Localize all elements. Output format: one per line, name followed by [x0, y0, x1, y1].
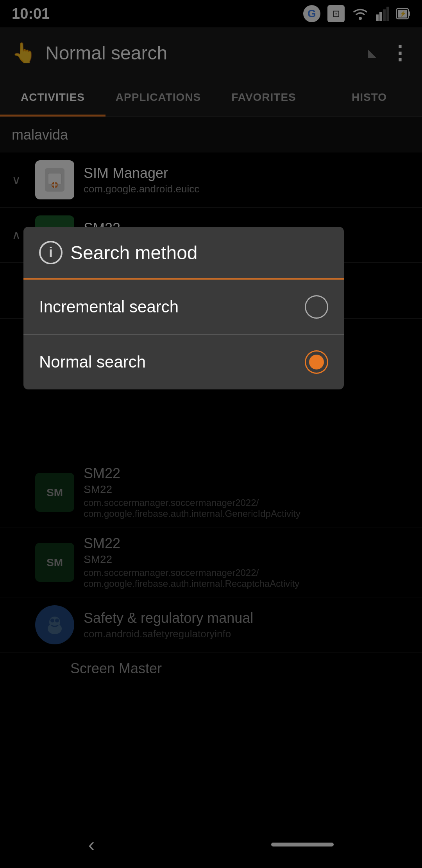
info-icon: i [39, 241, 63, 264]
normal-search-label: Normal search [39, 353, 146, 371]
normal-radio[interactable] [305, 350, 328, 374]
dialog-header: i Search method [23, 227, 344, 280]
dialog-overlay[interactable] [0, 0, 422, 868]
incremental-search-option[interactable]: Incremental search [23, 280, 344, 335]
normal-search-option[interactable]: Normal search [23, 335, 344, 389]
radio-selected-dot [309, 355, 324, 369]
incremental-radio[interactable] [305, 295, 328, 319]
search-method-dialog: i Search method Incremental search Norma… [23, 227, 344, 389]
dialog-title: Search method [70, 242, 198, 264]
incremental-search-label: Incremental search [39, 298, 179, 316]
